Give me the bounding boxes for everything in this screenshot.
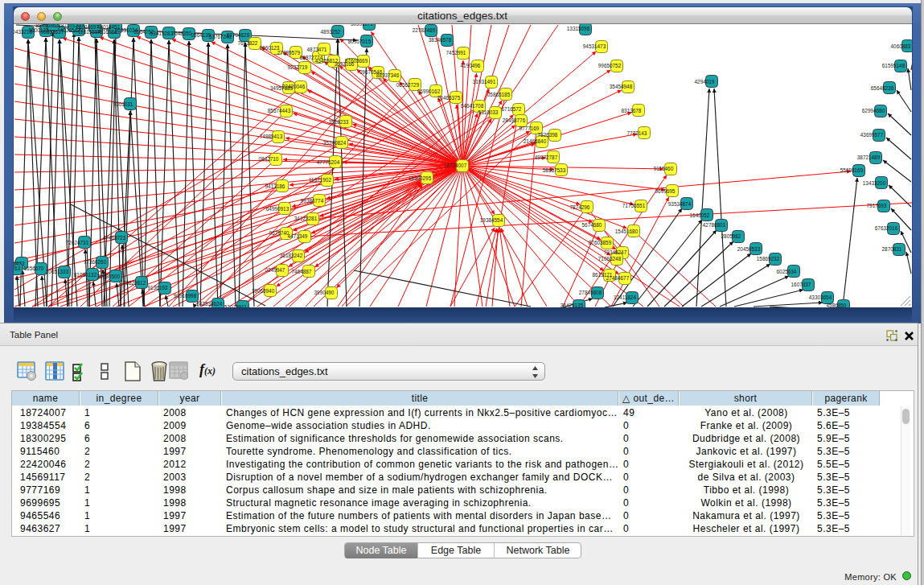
svg-text:9777169: 9777169 <box>519 126 540 131</box>
svg-text:62704828: 62704828 <box>227 32 250 38</box>
svg-text:6716572: 6716572 <box>502 106 522 112</box>
svg-text:8849696: 8849696 <box>36 24 56 28</box>
svg-text:12411824: 12411824 <box>614 295 636 300</box>
svg-text:20465375: 20465375 <box>437 95 461 101</box>
svg-text:38346578: 38346578 <box>429 37 452 43</box>
svg-text:4893252: 4893252 <box>321 29 341 35</box>
svg-text:7452991: 7452991 <box>446 50 466 56</box>
svg-text:9115460: 9115460 <box>654 166 674 171</box>
svg-text:42786801: 42786801 <box>703 222 726 228</box>
svg-text:4294019: 4294019 <box>695 79 715 84</box>
svg-text:0842710: 0842710 <box>259 156 279 162</box>
svg-text:0679740: 0679740 <box>269 230 290 236</box>
svg-text:93534874: 93534874 <box>668 201 692 207</box>
svg-text:38721489: 38721489 <box>857 154 881 160</box>
svg-text:5674680: 5674680 <box>582 222 602 228</box>
svg-text:30391171: 30391171 <box>351 24 373 27</box>
svg-text:36183242: 36183242 <box>280 253 303 258</box>
svg-text:0249947: 0249947 <box>265 267 285 273</box>
svg-text:53419283: 53419283 <box>150 31 174 36</box>
svg-text:49972787: 49972787 <box>535 154 558 160</box>
svg-text:20450533: 20450533 <box>737 246 761 252</box>
svg-text:7464887: 7464887 <box>292 269 312 274</box>
svg-text:99650752: 99650752 <box>598 63 622 68</box>
svg-text:4873471: 4873471 <box>307 47 327 52</box>
svg-text:80957015: 80957015 <box>348 39 372 44</box>
svg-text:27849808: 27849808 <box>579 290 602 295</box>
svg-text:7874296: 7874296 <box>570 204 590 210</box>
svg-text:05865185: 05865185 <box>487 92 511 97</box>
svg-text:3990490: 3990490 <box>314 290 335 295</box>
svg-text:87603669: 87603669 <box>345 58 368 64</box>
svg-text:74989413: 74989413 <box>260 134 283 139</box>
svg-text:7648350: 7648350 <box>172 31 192 36</box>
svg-text:64641708: 64641708 <box>461 103 484 109</box>
svg-text:15451680: 15451680 <box>615 229 639 234</box>
svg-text:87603859: 87603859 <box>589 240 612 245</box>
svg-text:15869232: 15869232 <box>757 256 780 262</box>
svg-text:43534624: 43534624 <box>199 301 223 307</box>
svg-text:7826398: 7826398 <box>538 132 558 138</box>
svg-text:47775204: 47775204 <box>317 159 340 165</box>
svg-text:85574443: 85574443 <box>268 108 291 113</box>
svg-text:58867533: 58867533 <box>543 167 566 173</box>
svg-text:30980500: 30980500 <box>97 274 121 279</box>
svg-text:13315098: 13315098 <box>567 26 590 31</box>
svg-text:2870831: 2870831 <box>882 246 902 252</box>
svg-text:8313678: 8313678 <box>622 108 642 113</box>
svg-text:47468723: 47468723 <box>103 235 126 241</box>
svg-text:06562729: 06562729 <box>396 82 420 88</box>
svg-text:35454948: 35454948 <box>610 84 633 89</box>
svg-text:5310033: 5310033 <box>478 109 499 115</box>
svg-text:6025634: 6025634 <box>777 269 797 274</box>
svg-text:34957885: 34957885 <box>270 85 294 91</box>
svg-text:34123281: 34123281 <box>294 216 318 221</box>
svg-text:4471349: 4471349 <box>288 233 308 239</box>
svg-text:43303654: 43303654 <box>809 295 832 300</box>
svg-text:19065940: 19065940 <box>252 288 275 294</box>
svg-text:9301031: 9301031 <box>113 101 133 107</box>
svg-text:94531473: 94531473 <box>583 43 606 49</box>
svg-text:7663822: 7663822 <box>238 40 258 46</box>
svg-text:43699577: 43699577 <box>860 132 884 138</box>
svg-text:35240824: 35240824 <box>323 140 347 146</box>
svg-text:77360260: 77360260 <box>84 259 107 265</box>
svg-text:64990913: 64990913 <box>266 206 290 212</box>
svg-text:11671902: 11671902 <box>309 177 331 183</box>
svg-text:78820812: 78820812 <box>123 280 146 286</box>
svg-text:55698169: 55698169 <box>840 167 864 173</box>
svg-text:1656670: 1656670 <box>24 266 44 271</box>
svg-text:81080132: 81080132 <box>74 272 97 278</box>
svg-text:38425135: 38425135 <box>561 303 584 307</box>
svg-text:61595148: 61595148 <box>882 63 906 68</box>
svg-text:2805982: 2805982 <box>721 233 741 239</box>
svg-text:28498776: 28498776 <box>503 117 526 123</box>
svg-text:22782489: 22782489 <box>413 27 436 33</box>
svg-text:9136193: 9136193 <box>148 285 168 290</box>
svg-text:4060883: 4060883 <box>891 43 911 49</box>
svg-text:90916998: 90916998 <box>174 293 197 299</box>
svg-text:9413186: 9413186 <box>265 183 285 189</box>
svg-text:29973763: 29973763 <box>14 266 21 271</box>
svg-text:27889579: 27889579 <box>277 50 301 56</box>
svg-text:99386774: 99386774 <box>301 198 324 204</box>
svg-text:7917693: 7917693 <box>867 203 887 208</box>
svg-text:71093248: 71093248 <box>598 256 622 262</box>
svg-text:26916697: 26916697 <box>76 24 100 30</box>
svg-text:3518233: 3518233 <box>329 119 349 125</box>
svg-text:48018451: 48018451 <box>97 24 121 30</box>
svg-text:13433200: 13433200 <box>863 180 886 186</box>
svg-text:18300295: 18300295 <box>409 175 432 181</box>
svg-text:65648236: 65648236 <box>871 85 894 91</box>
svg-text:72624731: 72624731 <box>66 240 89 245</box>
svg-text:32871012: 32871012 <box>55 24 79 28</box>
svg-text:4190496: 4190496 <box>461 63 481 68</box>
svg-text:19384554: 19384554 <box>480 217 503 223</box>
svg-text:62994680: 62994680 <box>862 108 885 113</box>
svg-text:1640052: 1640052 <box>690 212 710 218</box>
svg-text:4586850: 4586850 <box>827 303 847 307</box>
svg-text:70348247: 70348247 <box>604 249 627 255</box>
svg-text:51079911: 51079911 <box>224 304 247 307</box>
svg-text:1607337: 1607337 <box>791 282 811 287</box>
svg-text:10651333: 10651333 <box>46 269 69 274</box>
